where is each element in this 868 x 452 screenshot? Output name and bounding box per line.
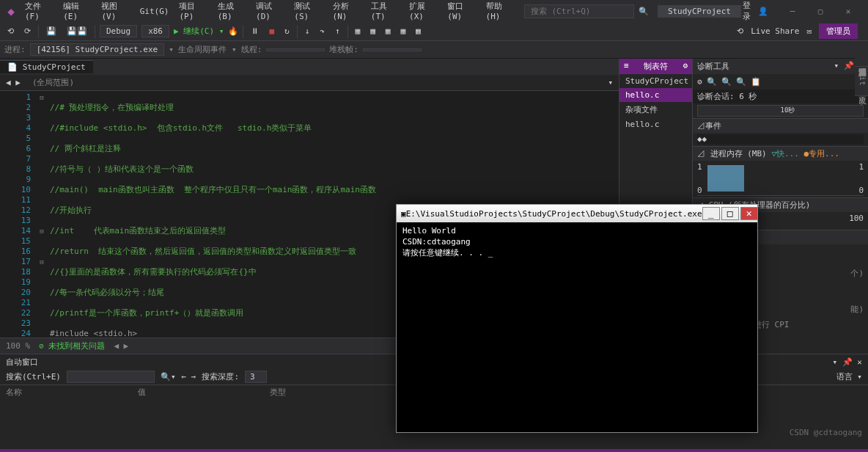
menu-extensions[interactable]: 扩展(X) — [405, 0, 441, 23]
no-issues-icon[interactable]: ⊘ 未找到相关问题 — [39, 340, 105, 351]
git-changes-tab[interactable]: Git 更改 — [855, 67, 868, 96]
col-value[interactable]: 值 — [138, 387, 270, 398]
menu-window[interactable]: 窗口(W) — [443, 0, 479, 23]
nav-left-icon[interactable]: ◀ ▶ — [6, 78, 21, 87]
tabs-file[interactable]: hello.c — [619, 117, 692, 131]
project-name[interactable]: StudyCProject — [658, 5, 741, 18]
console-titlebar[interactable]: ▣ E:\VisualStudioProjects\StudyCProject\… — [397, 205, 757, 222]
tb-icon[interactable]: ▦ — [383, 26, 394, 37]
zoom-in-icon[interactable]: 🔍 — [707, 77, 717, 87]
gear-icon[interactable]: ⚙ — [697, 77, 702, 87]
diag-toolbar: ⚙ 🔍 🔍 🔍 📋 — [693, 74, 868, 90]
watermark: CSDN @cdtaogang — [790, 428, 862, 437]
stop-icon[interactable]: ■ — [266, 26, 277, 37]
nav-dropdown-icon[interactable]: ▾ — [608, 78, 613, 87]
menu-help[interactable]: 帮助(H) — [482, 0, 518, 23]
right-side-tabs: 解决方案资源管理器 Git 更改 — [855, 57, 868, 96]
thread-select[interactable] — [266, 48, 325, 51]
liveshare-button[interactable]: Live Share — [751, 26, 799, 36]
tb-icon[interactable]: ▦ — [413, 26, 424, 37]
solution-explorer-tab[interactable]: 解决方案资源管理器 — [855, 57, 868, 67]
login-link[interactable]: 登录 — [743, 0, 751, 22]
diag-title: 诊断工具 — [697, 61, 729, 72]
code-nav-bar: ◀ ▶ (全局范围) ▾ — [0, 75, 619, 91]
col-name[interactable]: 名称 — [6, 387, 138, 398]
gear-icon[interactable]: ⚙ — [683, 61, 688, 72]
line-numbers: 1234567891011121314151617181920212223242… — [0, 91, 37, 338]
menu-view[interactable]: 视图(V) — [97, 0, 133, 23]
lifecycle-select[interactable]: ▾ 生命周期事件 ▾ — [169, 44, 237, 55]
menu-git[interactable]: Git(G) — [136, 5, 174, 18]
panel-controls[interactable]: ▾ 📌 ✕ — [833, 357, 863, 367]
tabs-panel-header: ≡制表符⚙ — [619, 59, 692, 74]
reset-icon[interactable]: 🔍 — [736, 77, 746, 87]
config-select[interactable]: Debug — [100, 25, 137, 37]
back-icon[interactable]: ⟲ — [4, 26, 17, 37]
menu-debug[interactable]: 调试(D) — [251, 0, 288, 23]
tabs-proj[interactable]: StudyCProject — [619, 74, 692, 88]
continue-button[interactable]: ▶ 继续(C) ▾ — [174, 26, 224, 37]
console-title-text: E:\VisualStudioProjects\StudyCProject\De… — [406, 209, 702, 219]
window-close-icon[interactable]: ✕ — [837, 7, 859, 16]
memory-section[interactable]: ⊿ 进程内存 (MB) ▽快... ●专用... — [693, 146, 868, 161]
menu-analyze[interactable]: 分析(N) — [328, 0, 365, 23]
search-icon[interactable]: 🔍▾ — [161, 372, 176, 382]
user-icon[interactable]: 👤 — [758, 7, 768, 16]
col-type[interactable]: 类型 — [270, 387, 402, 398]
nav-arrows[interactable]: ◀ ▶ — [114, 341, 128, 351]
zoom-out-icon[interactable]: 🔍 — [721, 77, 732, 87]
console-output: Hello World CSDN:cdtaogang 请按任意键继续. . . … — [397, 222, 757, 261]
fold-gutter[interactable]: ⊟⊟⊟ — [37, 91, 47, 338]
save-icon[interactable]: 💾 — [43, 26, 59, 37]
depth-input[interactable]: 3 — [245, 371, 267, 383]
forward-icon[interactable]: ⟳ — [21, 26, 34, 37]
events-track: ◆◆ — [697, 134, 864, 145]
copy-icon[interactable]: 📋 — [751, 77, 761, 87]
step-over-icon[interactable]: ↷ — [317, 26, 328, 37]
menu-test[interactable]: 测试(S) — [290, 0, 326, 23]
saveall-icon[interactable]: 💾💾 — [64, 26, 90, 37]
global-search-input[interactable] — [524, 4, 634, 18]
menu-project[interactable]: 项目(P) — [174, 0, 211, 23]
platform-select[interactable]: x86 — [141, 25, 169, 37]
window-minimize-icon[interactable]: ─ — [781, 7, 803, 16]
auto-window-tab[interactable]: 自动窗口 — [6, 357, 38, 368]
menu-edit[interactable]: 编辑(E) — [59, 0, 95, 23]
hot-reload-icon[interactable]: 🔥 — [228, 26, 238, 36]
status-bar: 自动窗口 局部变量 监视 1 调用堆栈 断点 异常设置 命令窗口 即时窗口 输出 — [0, 449, 868, 452]
window-maximize-icon[interactable]: ▢ — [809, 7, 831, 16]
stack-select[interactable] — [363, 48, 422, 51]
console-window[interactable]: ▣ E:\VisualStudioProjects\StudyCProject\… — [396, 204, 758, 433]
admin-badge: 管理员 — [819, 23, 858, 39]
scope-select[interactable]: (全局范围) — [26, 76, 80, 89]
auto-search-input[interactable] — [67, 371, 155, 383]
feedback-icon[interactable]: ✉ — [806, 26, 812, 36]
editor-tab-bar: 📄 StudyCProject — [0, 59, 619, 75]
pause-icon[interactable]: ⏸ — [248, 26, 262, 37]
liveshare-icon[interactable]: ⟲ — [737, 26, 743, 36]
nav-icons[interactable]: ← → — [182, 372, 196, 382]
editor-tab[interactable]: 📄 StudyCProject — [0, 60, 93, 73]
tb-icon[interactable]: ▦ — [367, 26, 378, 37]
console-maximize-icon[interactable]: □ — [721, 207, 739, 220]
tb-icon[interactable]: ▦ — [397, 26, 408, 37]
menu-tools[interactable]: 工具(T) — [367, 0, 403, 23]
tb-icon[interactable]: ▦ — [353, 26, 364, 37]
console-close-icon[interactable]: ✕ — [740, 207, 758, 220]
timeline-ruler[interactable]: 10秒 — [697, 105, 864, 117]
lang-label: 语言 ▾ — [836, 371, 862, 382]
zoom-level[interactable]: 100 % — [6, 341, 30, 351]
search-icon[interactable]: 🔍 — [639, 7, 649, 16]
depth-label: 搜索深度: — [202, 371, 239, 382]
menu-build[interactable]: 生成(B) — [213, 0, 250, 23]
vs-logo-icon: ◆ — [3, 2, 19, 20]
console-icon: ▣ — [401, 209, 406, 219]
restart-icon[interactable]: ↻ — [282, 26, 293, 37]
process-select[interactable]: [42156] StudyCProject.exe — [30, 43, 165, 56]
tabs-active-file[interactable]: hello.c — [619, 88, 692, 102]
console-minimize-icon[interactable]: _ — [702, 207, 720, 220]
step-out-icon[interactable]: ↑ — [332, 26, 343, 37]
events-section[interactable]: ⊿事件 — [693, 118, 868, 133]
step-into-icon[interactable]: ↓ — [302, 26, 313, 37]
menu-file[interactable]: 文件(F) — [21, 0, 57, 23]
